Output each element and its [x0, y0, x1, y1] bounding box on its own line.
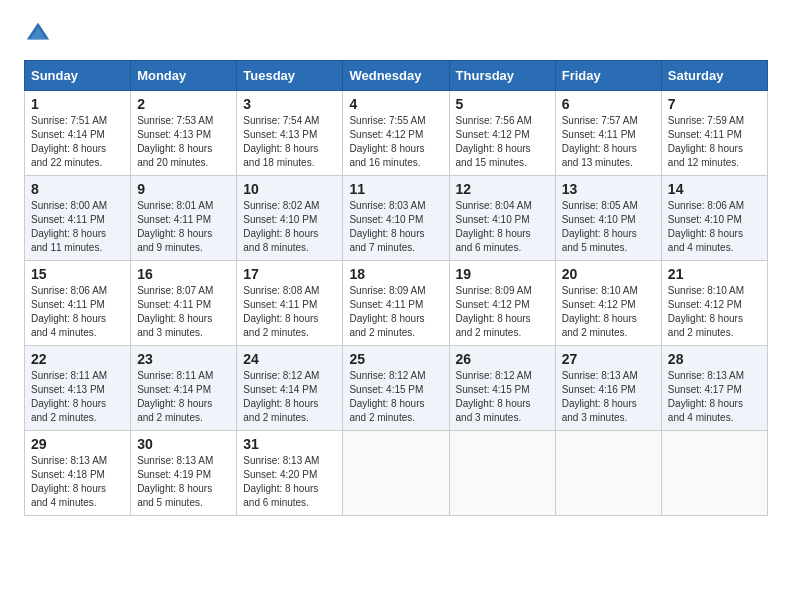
calendar-cell: 25Sunrise: 8:12 AMSunset: 4:15 PMDayligh…: [343, 346, 449, 431]
day-number: 26: [456, 351, 549, 367]
calendar-cell: 1Sunrise: 7:51 AMSunset: 4:14 PMDaylight…: [25, 91, 131, 176]
calendar-week-row: 15Sunrise: 8:06 AMSunset: 4:11 PMDayligh…: [25, 261, 768, 346]
calendar-cell: 21Sunrise: 8:10 AMSunset: 4:12 PMDayligh…: [661, 261, 767, 346]
cell-info: Sunrise: 8:09 AMSunset: 4:12 PMDaylight:…: [456, 284, 549, 340]
calendar-cell: 11Sunrise: 8:03 AMSunset: 4:10 PMDayligh…: [343, 176, 449, 261]
calendar-cell: 8Sunrise: 8:00 AMSunset: 4:11 PMDaylight…: [25, 176, 131, 261]
calendar-cell: [661, 431, 767, 516]
calendar-table: SundayMondayTuesdayWednesdayThursdayFrid…: [24, 60, 768, 516]
cell-info: Sunrise: 8:03 AMSunset: 4:10 PMDaylight:…: [349, 199, 442, 255]
cell-info: Sunrise: 8:01 AMSunset: 4:11 PMDaylight:…: [137, 199, 230, 255]
day-number: 24: [243, 351, 336, 367]
day-number: 7: [668, 96, 761, 112]
cell-info: Sunrise: 8:13 AMSunset: 4:20 PMDaylight:…: [243, 454, 336, 510]
logo-icon: [24, 20, 52, 48]
day-number: 22: [31, 351, 124, 367]
calendar-cell: 23Sunrise: 8:11 AMSunset: 4:14 PMDayligh…: [131, 346, 237, 431]
cell-info: Sunrise: 8:13 AMSunset: 4:16 PMDaylight:…: [562, 369, 655, 425]
header-day-wednesday: Wednesday: [343, 61, 449, 91]
day-number: 21: [668, 266, 761, 282]
day-number: 11: [349, 181, 442, 197]
calendar-cell: 14Sunrise: 8:06 AMSunset: 4:10 PMDayligh…: [661, 176, 767, 261]
calendar-week-row: 29Sunrise: 8:13 AMSunset: 4:18 PMDayligh…: [25, 431, 768, 516]
cell-info: Sunrise: 8:09 AMSunset: 4:11 PMDaylight:…: [349, 284, 442, 340]
cell-info: Sunrise: 8:10 AMSunset: 4:12 PMDaylight:…: [562, 284, 655, 340]
calendar-cell: 20Sunrise: 8:10 AMSunset: 4:12 PMDayligh…: [555, 261, 661, 346]
cell-info: Sunrise: 8:11 AMSunset: 4:14 PMDaylight:…: [137, 369, 230, 425]
calendar-cell: 5Sunrise: 7:56 AMSunset: 4:12 PMDaylight…: [449, 91, 555, 176]
cell-info: Sunrise: 7:51 AMSunset: 4:14 PMDaylight:…: [31, 114, 124, 170]
day-number: 27: [562, 351, 655, 367]
day-number: 19: [456, 266, 549, 282]
day-number: 28: [668, 351, 761, 367]
calendar-cell: 16Sunrise: 8:07 AMSunset: 4:11 PMDayligh…: [131, 261, 237, 346]
day-number: 2: [137, 96, 230, 112]
calendar-cell: 18Sunrise: 8:09 AMSunset: 4:11 PMDayligh…: [343, 261, 449, 346]
calendar-cell: 10Sunrise: 8:02 AMSunset: 4:10 PMDayligh…: [237, 176, 343, 261]
calendar-cell: 9Sunrise: 8:01 AMSunset: 4:11 PMDaylight…: [131, 176, 237, 261]
logo: [24, 20, 56, 48]
calendar-cell: 13Sunrise: 8:05 AMSunset: 4:10 PMDayligh…: [555, 176, 661, 261]
day-number: 25: [349, 351, 442, 367]
day-number: 17: [243, 266, 336, 282]
cell-info: Sunrise: 8:06 AMSunset: 4:10 PMDaylight:…: [668, 199, 761, 255]
calendar-cell: 30Sunrise: 8:13 AMSunset: 4:19 PMDayligh…: [131, 431, 237, 516]
calendar-week-row: 22Sunrise: 8:11 AMSunset: 4:13 PMDayligh…: [25, 346, 768, 431]
day-number: 8: [31, 181, 124, 197]
cell-info: Sunrise: 8:08 AMSunset: 4:11 PMDaylight:…: [243, 284, 336, 340]
cell-info: Sunrise: 8:04 AMSunset: 4:10 PMDaylight:…: [456, 199, 549, 255]
calendar-cell: 26Sunrise: 8:12 AMSunset: 4:15 PMDayligh…: [449, 346, 555, 431]
cell-info: Sunrise: 7:55 AMSunset: 4:12 PMDaylight:…: [349, 114, 442, 170]
calendar-cell: 3Sunrise: 7:54 AMSunset: 4:13 PMDaylight…: [237, 91, 343, 176]
cell-info: Sunrise: 8:02 AMSunset: 4:10 PMDaylight:…: [243, 199, 336, 255]
calendar-week-row: 8Sunrise: 8:00 AMSunset: 4:11 PMDaylight…: [25, 176, 768, 261]
cell-info: Sunrise: 8:11 AMSunset: 4:13 PMDaylight:…: [31, 369, 124, 425]
calendar-cell: 17Sunrise: 8:08 AMSunset: 4:11 PMDayligh…: [237, 261, 343, 346]
day-number: 16: [137, 266, 230, 282]
day-number: 15: [31, 266, 124, 282]
cell-info: Sunrise: 7:59 AMSunset: 4:11 PMDaylight:…: [668, 114, 761, 170]
cell-info: Sunrise: 8:13 AMSunset: 4:18 PMDaylight:…: [31, 454, 124, 510]
day-number: 9: [137, 181, 230, 197]
header-day-sunday: Sunday: [25, 61, 131, 91]
calendar-cell: [343, 431, 449, 516]
calendar-cell: [449, 431, 555, 516]
cell-info: Sunrise: 8:12 AMSunset: 4:15 PMDaylight:…: [456, 369, 549, 425]
header-day-saturday: Saturday: [661, 61, 767, 91]
calendar-cell: 6Sunrise: 7:57 AMSunset: 4:11 PMDaylight…: [555, 91, 661, 176]
calendar-cell: 28Sunrise: 8:13 AMSunset: 4:17 PMDayligh…: [661, 346, 767, 431]
calendar-cell: 29Sunrise: 8:13 AMSunset: 4:18 PMDayligh…: [25, 431, 131, 516]
cell-info: Sunrise: 8:13 AMSunset: 4:17 PMDaylight:…: [668, 369, 761, 425]
calendar-cell: 4Sunrise: 7:55 AMSunset: 4:12 PMDaylight…: [343, 91, 449, 176]
page-header: [24, 20, 768, 48]
header-day-tuesday: Tuesday: [237, 61, 343, 91]
cell-info: Sunrise: 8:06 AMSunset: 4:11 PMDaylight:…: [31, 284, 124, 340]
calendar-cell: 27Sunrise: 8:13 AMSunset: 4:16 PMDayligh…: [555, 346, 661, 431]
cell-info: Sunrise: 8:12 AMSunset: 4:15 PMDaylight:…: [349, 369, 442, 425]
cell-info: Sunrise: 8:05 AMSunset: 4:10 PMDaylight:…: [562, 199, 655, 255]
day-number: 6: [562, 96, 655, 112]
header-day-monday: Monday: [131, 61, 237, 91]
calendar-cell: 12Sunrise: 8:04 AMSunset: 4:10 PMDayligh…: [449, 176, 555, 261]
day-number: 13: [562, 181, 655, 197]
cell-info: Sunrise: 7:54 AMSunset: 4:13 PMDaylight:…: [243, 114, 336, 170]
day-number: 14: [668, 181, 761, 197]
calendar-cell: 19Sunrise: 8:09 AMSunset: 4:12 PMDayligh…: [449, 261, 555, 346]
calendar-cell: 2Sunrise: 7:53 AMSunset: 4:13 PMDaylight…: [131, 91, 237, 176]
calendar-cell: 7Sunrise: 7:59 AMSunset: 4:11 PMDaylight…: [661, 91, 767, 176]
day-number: 31: [243, 436, 336, 452]
day-number: 10: [243, 181, 336, 197]
header-day-friday: Friday: [555, 61, 661, 91]
cell-info: Sunrise: 8:13 AMSunset: 4:19 PMDaylight:…: [137, 454, 230, 510]
calendar-header-row: SundayMondayTuesdayWednesdayThursdayFrid…: [25, 61, 768, 91]
calendar-cell: 15Sunrise: 8:06 AMSunset: 4:11 PMDayligh…: [25, 261, 131, 346]
calendar-cell: 31Sunrise: 8:13 AMSunset: 4:20 PMDayligh…: [237, 431, 343, 516]
cell-info: Sunrise: 7:57 AMSunset: 4:11 PMDaylight:…: [562, 114, 655, 170]
calendar-cell: 24Sunrise: 8:12 AMSunset: 4:14 PMDayligh…: [237, 346, 343, 431]
day-number: 3: [243, 96, 336, 112]
day-number: 18: [349, 266, 442, 282]
calendar-cell: [555, 431, 661, 516]
day-number: 20: [562, 266, 655, 282]
cell-info: Sunrise: 7:56 AMSunset: 4:12 PMDaylight:…: [456, 114, 549, 170]
header-day-thursday: Thursday: [449, 61, 555, 91]
